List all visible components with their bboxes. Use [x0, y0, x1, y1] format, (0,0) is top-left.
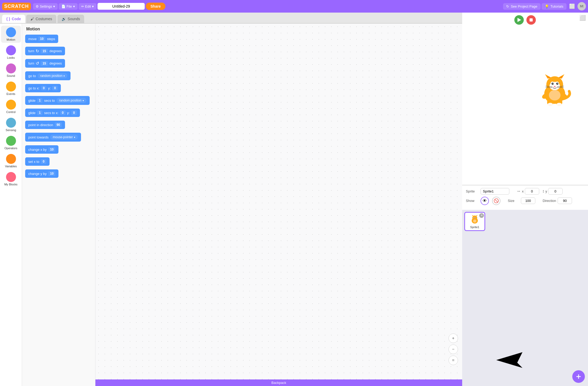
project-title-input[interactable] [98, 3, 145, 10]
stage-buttons [514, 15, 536, 25]
sidebar-item-sound[interactable]: Sound [1, 62, 21, 79]
right-panel: ⬜ [462, 13, 588, 386]
sidebar-item-variables[interactable]: Variables [1, 152, 21, 169]
svg-point-13 [553, 83, 553, 84]
settings-menu[interactable]: ⚙ Settings ▾ [33, 3, 58, 10]
fullscreen-button[interactable]: ⬜ [579, 15, 586, 21]
project-page-icon: ↻ [506, 4, 509, 8]
variables-label: Variables [5, 165, 17, 168]
file-menu[interactable]: 📄 File ▾ [59, 3, 78, 10]
block-change-y[interactable]: change y by 10 [25, 169, 58, 178]
panel-wrapper: { } Code 🖌 Costumes 🔊 Sounds Motion [0, 13, 462, 386]
zoom-fit-button[interactable]: = [449, 356, 458, 365]
tabs-bar: { } Code 🖌 Costumes 🔊 Sounds [0, 13, 462, 24]
y-input[interactable] [548, 188, 563, 195]
sidebar-item-control[interactable]: Control [1, 98, 21, 115]
myblocks-label: My Blocks [4, 183, 17, 186]
x-input[interactable] [525, 188, 539, 195]
sidebar-item-motion[interactable]: Motion [1, 26, 21, 43]
x-coord-group: ↔ x [517, 188, 539, 195]
size-input[interactable] [521, 197, 535, 204]
layout-toggle-button[interactable]: ⬜ [568, 2, 576, 10]
size-label: Size [508, 199, 519, 203]
tab-sounds[interactable]: 🔊 Sounds [57, 15, 84, 23]
variables-circle [6, 154, 16, 164]
svg-point-34 [475, 217, 476, 218]
scripts-area[interactable]: + − = Backpack [95, 24, 462, 386]
sidebar-item-sensing[interactable]: Sensing [1, 116, 21, 133]
tab-costumes[interactable]: 🖌 Costumes [26, 15, 56, 23]
block-turn-ccw[interactable]: turn ↺ 15 degrees [25, 59, 65, 68]
block-group-glidexy: glide 1 secs to x: 0 y: 0 [25, 109, 92, 119]
green-flag-button[interactable] [514, 15, 524, 25]
show-visible-button[interactable]: 👁 [481, 197, 489, 205]
block-point-towards[interactable]: point towards mouse-pointer [25, 133, 81, 142]
tab-code[interactable]: { } Code [2, 15, 25, 23]
x-label: x [522, 189, 524, 193]
y-coord-group: ↕ y [542, 188, 563, 195]
scratch-logo[interactable]: SCRATCH [2, 3, 31, 10]
looks-label: Looks [7, 56, 15, 59]
svg-point-36 [473, 219, 477, 223]
sprite-label: Sprite [466, 189, 477, 193]
block-group-glide: glide 1 secs to random position [25, 96, 92, 107]
stop-button[interactable] [526, 15, 536, 25]
scratch-cat-sprite [538, 73, 572, 108]
block-glide[interactable]: glide 1 secs to random position [25, 96, 90, 105]
events-label: Events [7, 92, 15, 95]
see-project-page-button[interactable]: ↻ See Project Page [503, 3, 540, 10]
block-group-turn-ccw: turn ↺ 15 degrees [25, 59, 92, 70]
sidebar-item-myblocks[interactable]: My Blocks [1, 170, 21, 187]
svg-point-14 [557, 83, 558, 84]
sidebar-categories: Motion Looks Sound Events Control [0, 24, 22, 386]
block-turn-cw[interactable]: turn ↻ 15 degrees [25, 47, 65, 55]
code-tab-icon: { } [6, 17, 10, 21]
block-group-turn-cw: turn ↻ 15 degrees [25, 47, 92, 57]
events-circle [6, 82, 16, 92]
control-label: Control [6, 110, 15, 114]
size-group: Size [508, 197, 535, 204]
sidebar-item-events[interactable]: Events [1, 80, 21, 97]
edit-menu[interactable]: ✏ Edit ▾ [79, 3, 96, 10]
show-hidden-button[interactable]: 🚫 [492, 197, 500, 205]
tutorials-button[interactable]: 💡 Tutorials [542, 3, 567, 10]
sprite-delete-button[interactable]: ✕ [479, 213, 484, 218]
file-icon: 📄 [61, 4, 66, 8]
backpack-bar[interactable]: Backpack [95, 379, 462, 386]
zoom-out-button[interactable]: − [449, 345, 458, 354]
edit-icon: ✏ [81, 4, 84, 8]
y-label: y [546, 189, 547, 193]
block-set-x[interactable]: set x to 0 [25, 157, 50, 166]
sprite-name-input[interactable] [481, 188, 509, 195]
block-go-to[interactable]: go to random position [25, 71, 71, 80]
sidebar-item-operators[interactable]: Operators [1, 134, 21, 151]
direction-input[interactable] [558, 197, 572, 204]
block-glide-xy[interactable]: glide 1 secs to x: 0 y: 0 [25, 109, 80, 117]
svg-point-35 [474, 218, 475, 218]
add-sprite-button[interactable] [572, 370, 585, 383]
share-button[interactable]: Share [146, 3, 165, 10]
top-nav: SCRATCH ⚙ Settings ▾ 📄 File ▾ ✏ Edit ▾ S… [0, 0, 588, 13]
sprite-info: Sprite ↔ x ↕ y Show 👁 🚫 Size [462, 185, 588, 210]
sprite-info-row-bottom: Show 👁 🚫 Size Direction [466, 197, 584, 205]
motion-circle [6, 27, 16, 37]
svg-point-25 [548, 103, 553, 106]
block-change-x[interactable]: change x by 10 [25, 145, 58, 154]
sprite-card[interactable]: ✕ Sprite1 [464, 212, 485, 231]
sounds-tab-icon: 🔊 [62, 17, 66, 21]
direction-group: Direction [543, 197, 572, 204]
zoom-in-button[interactable]: + [449, 334, 458, 343]
sprite-info-row-top: Sprite ↔ x ↕ y [466, 188, 584, 195]
block-move-steps[interactable]: move 10 steps [25, 35, 58, 43]
svg-marker-37 [496, 352, 522, 368]
block-group-changex: change x by 10 [25, 145, 92, 156]
block-point-direction[interactable]: point in direction 90 [25, 121, 65, 129]
avatar[interactable]: Mt [578, 2, 586, 10]
direction-label: Direction [543, 199, 556, 203]
svg-marker-0 [517, 18, 521, 22]
svg-point-24 [549, 90, 560, 100]
chevron-down-icon: ▾ [53, 4, 55, 8]
sidebar-item-looks[interactable]: Looks [1, 44, 21, 61]
gear-icon: ⚙ [36, 4, 39, 8]
block-go-to-xy[interactable]: go to x: 0 y: 0 [25, 84, 61, 92]
